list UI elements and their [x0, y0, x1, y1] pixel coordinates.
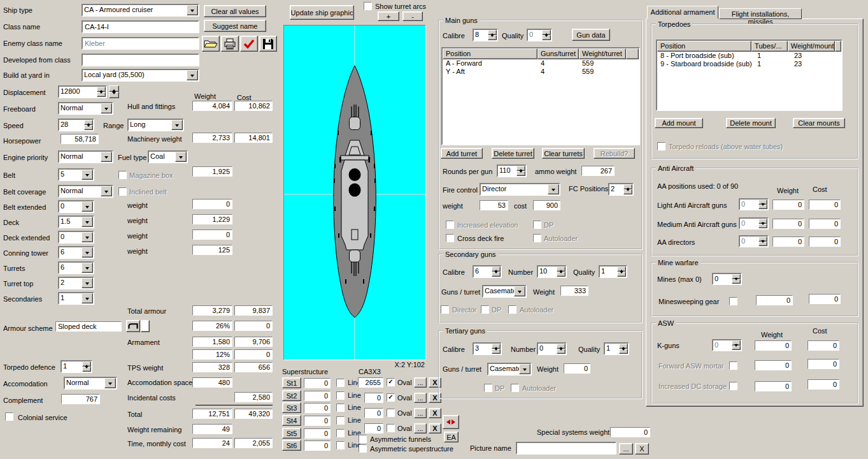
chevron-down-icon[interactable]	[82, 247, 93, 258]
deck-select[interactable]: 1.5	[58, 215, 94, 228]
main-guns-table-header[interactable]: Position Guns/turret Weight/turret	[443, 48, 639, 59]
column-header-guns-turret[interactable]: Guns/turret	[537, 48, 579, 59]
st6-button[interactable]: St6	[282, 440, 301, 451]
asymmetric-superstructure-checkbox[interactable]	[359, 444, 367, 453]
mines-spinner[interactable]: 0	[712, 273, 742, 285]
spinner-arrows[interactable]	[623, 184, 632, 194]
spinner-arrows[interactable]	[617, 266, 626, 277]
funnel3-oval-checkbox[interactable]	[387, 409, 395, 417]
column-header-position[interactable]: Position	[443, 48, 537, 59]
chevron-down-icon[interactable]	[519, 364, 530, 374]
chevron-down-icon[interactable]	[101, 103, 112, 113]
clear-turrets-button[interactable]: Clear turrets	[542, 148, 585, 159]
medium-aa-guns-spinner[interactable]: 0	[739, 217, 769, 229]
spinner-arrows[interactable]	[542, 30, 551, 40]
armour-scheme-blank-button[interactable]	[141, 320, 150, 332]
fire-control-select[interactable]: Director	[480, 183, 560, 196]
spin-down-icon[interactable]	[82, 367, 91, 372]
table-row[interactable]: 9 - Starboard broadside (sub) 1 23	[657, 60, 841, 68]
spinner-arrows[interactable]	[732, 340, 741, 350]
tab-additional-armament[interactable]: Additional armament	[647, 6, 718, 19]
developed-from-input[interactable]	[82, 54, 199, 66]
chevron-down-icon[interactable]	[104, 378, 116, 388]
spinner-arrows[interactable]	[492, 344, 501, 354]
st4-button[interactable]: St4	[282, 415, 301, 426]
update-ship-graphic-button[interactable]: Update ship graphic	[290, 5, 354, 20]
column-header-tubes[interactable]: Tubes/...	[751, 41, 788, 52]
fuel-type-select[interactable]: Coal	[148, 150, 188, 163]
funnel4-value[interactable]: 0	[364, 423, 383, 433]
spin-down-icon[interactable]	[617, 272, 626, 277]
spinner-arrows[interactable]	[516, 166, 525, 176]
k-guns-spinner[interactable]: 0	[712, 339, 742, 351]
cross-deck-fire-checkbox[interactable]	[446, 234, 454, 242]
st1-button[interactable]: St1	[282, 377, 301, 388]
secondary-number-spinner[interactable]: 10	[537, 265, 567, 278]
tab-flight-installations-missiles[interactable]: Flight installations, missiles	[719, 8, 802, 19]
spinner-arrows[interactable]	[758, 200, 767, 209]
fc-positions-spinner[interactable]: 2	[608, 183, 634, 196]
torpedoes-table-header[interactable]: Position Tubes/... Weight/mount	[657, 41, 841, 52]
st2-line-checkbox[interactable]	[336, 391, 345, 400]
funnel3-delete-button[interactable]: X	[429, 408, 441, 418]
inclined-belt-checkbox[interactable]	[118, 187, 127, 196]
secondary-mount-select[interactable]: Casemate:	[482, 285, 527, 298]
picture-browse-button[interactable]: ...	[619, 443, 633, 455]
column-header-weight-mount[interactable]: Weight/mount	[788, 41, 835, 52]
chevron-down-icon[interactable]	[82, 232, 93, 242]
spin-down-icon[interactable]	[97, 92, 106, 97]
zoom-in-button[interactable]: +	[378, 11, 399, 21]
spin-down-icon[interactable]	[732, 346, 741, 351]
spin-down-icon[interactable]	[758, 205, 767, 210]
ship-graphic-canvas[interactable]	[283, 25, 426, 360]
tertiary-mount-select[interactable]: Casemate:	[487, 363, 532, 375]
main-quality-spinner[interactable]: 0	[527, 29, 552, 41]
turrets-select[interactable]: 6	[58, 261, 94, 274]
aa-directors-spinner[interactable]: 0	[739, 235, 769, 247]
picture-name-input[interactable]	[516, 442, 616, 455]
spinner-arrows[interactable]	[97, 87, 106, 97]
spin-up-icon[interactable]	[109, 85, 119, 92]
enemy-class-input[interactable]: Kleber	[82, 37, 199, 50]
column-header-weight-turret[interactable]: Weight/turret	[579, 48, 626, 59]
chevron-down-icon[interactable]	[82, 217, 93, 227]
ea-button[interactable]: EA	[444, 432, 459, 442]
zoom-out-button[interactable]: -	[402, 11, 423, 21]
funnel1-browse-button[interactable]: ...	[414, 377, 427, 388]
chevron-down-icon[interactable]	[548, 184, 559, 194]
chevron-down-icon[interactable]	[101, 186, 112, 196]
show-turret-arcs-checkbox[interactable]	[364, 2, 372, 10]
engine-priority-select[interactable]: Normal	[58, 150, 113, 163]
displacement-input[interactable]: 12800	[58, 85, 107, 98]
flip-ship-button[interactable]	[443, 415, 459, 429]
print-button[interactable]	[221, 36, 239, 52]
chevron-down-icon[interactable]	[82, 278, 93, 288]
range-select[interactable]: Long	[127, 119, 184, 131]
light-aa-guns-spinner[interactable]: 0	[739, 198, 769, 210]
build-yard-select[interactable]: Local yard (35,500)	[82, 69, 199, 82]
secondary-quality-spinner[interactable]: 1	[599, 265, 627, 278]
chevron-down-icon[interactable]	[514, 286, 525, 296]
table-row[interactable]: A - Forward 4 559	[443, 59, 639, 68]
chevron-down-icon[interactable]	[187, 70, 198, 80]
funnel3-browse-button[interactable]: ...	[414, 408, 427, 418]
colonial-service-checkbox[interactable]	[5, 412, 13, 421]
spin-down-icon[interactable]	[557, 349, 566, 354]
turret-top-select[interactable]: 2	[58, 277, 94, 289]
ship-type-select[interactable]: CA - Armoured cruiser	[82, 4, 199, 17]
main-calibre-spinner[interactable]: 8	[473, 29, 498, 41]
column-header-position[interactable]: Position	[657, 41, 751, 52]
spin-down-icon[interactable]	[732, 279, 741, 284]
spin-down-icon[interactable]	[492, 349, 501, 354]
funnel4-delete-button[interactable]: X	[429, 423, 441, 433]
spin-down-icon[interactable]	[542, 35, 551, 40]
add-turret-button[interactable]: Add turret	[441, 148, 483, 159]
spin-down-icon[interactable]	[516, 171, 525, 176]
funnel4-browse-button[interactable]: ...	[414, 423, 427, 433]
chevron-down-icon[interactable]	[175, 152, 187, 162]
tertiary-calibre-spinner[interactable]: 3	[473, 342, 502, 355]
displacement-extra-spinner[interactable]	[109, 85, 119, 98]
class-name-input[interactable]: CA-14-I	[82, 20, 199, 33]
st5-button[interactable]: St5	[282, 428, 301, 439]
spin-down-icon[interactable]	[492, 272, 501, 277]
